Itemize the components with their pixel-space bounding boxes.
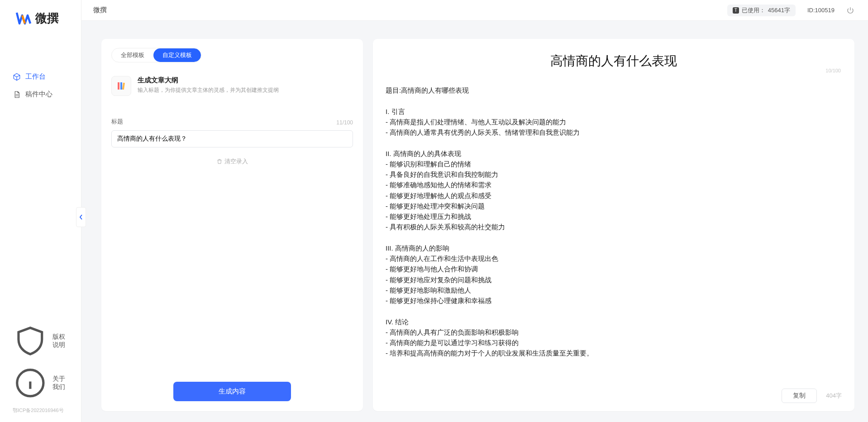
template-title: 生成文章大纲 bbox=[138, 76, 279, 85]
trash-icon bbox=[216, 158, 223, 165]
sidebar-bottom: 版权说明 关于我们 鄂ICP备2022016946号 bbox=[0, 320, 81, 422]
power-icon[interactable] bbox=[846, 6, 854, 14]
sidebar-item-workbench[interactable]: 工作台 bbox=[0, 68, 81, 85]
user-id: ID:100519 bbox=[807, 7, 835, 14]
chevron-left-icon bbox=[79, 214, 83, 220]
id-label: ID: bbox=[807, 7, 815, 14]
clear-input-button[interactable]: 清空录入 bbox=[111, 157, 353, 166]
icp-text: 鄂ICP备2022016946号 bbox=[0, 404, 81, 414]
sidebar: 微撰 工作台 稿件中心 版权说明 关于我们 鄂ICP备2022016946号 bbox=[0, 0, 81, 422]
sidebar-item-label: 工作台 bbox=[25, 72, 46, 81]
usage-label: 已使用： bbox=[742, 6, 765, 14]
document-title: 高情商的人有什么表现 bbox=[386, 52, 842, 70]
sidebar-link-about[interactable]: 关于我们 bbox=[0, 362, 81, 404]
sidebar-item-drafts[interactable]: 稿件中心 bbox=[0, 85, 81, 103]
page-title: 微撰 bbox=[93, 6, 107, 14]
sidebar-link-label: 版权说明 bbox=[52, 333, 68, 349]
title-input[interactable] bbox=[111, 130, 353, 147]
usage-badge-icon: T bbox=[733, 7, 739, 14]
info-icon bbox=[13, 365, 48, 401]
brand-name: 微撰 bbox=[35, 10, 59, 26]
main: 全部模板 自定义模板 生成文章大纲 输入标题，为你提供文章主体的灵感，并为其创建… bbox=[81, 21, 868, 422]
clear-input-label: 清空录入 bbox=[224, 157, 248, 166]
output-char-count: 404字 bbox=[826, 392, 842, 400]
sidebar-link-label: 关于我们 bbox=[52, 375, 68, 391]
id-value: 100519 bbox=[815, 7, 835, 14]
cube-icon bbox=[13, 73, 21, 81]
template-tabs: 全部模板 自定义模板 bbox=[111, 48, 201, 62]
sidebar-collapse-toggle[interactable] bbox=[76, 207, 86, 227]
document-title-counter: 10/100 bbox=[825, 68, 841, 73]
sidebar-item-label: 稿件中心 bbox=[25, 90, 52, 99]
output-footer: 复制 404字 bbox=[386, 384, 842, 403]
logo-icon bbox=[15, 10, 32, 26]
svg-rect-2 bbox=[120, 82, 122, 90]
input-panel: 全部模板 自定义模板 生成文章大纲 输入标题，为你提供文章主体的灵感，并为其创建… bbox=[101, 39, 363, 411]
sidebar-nav: 工作台 稿件中心 bbox=[0, 36, 81, 320]
shield-icon bbox=[13, 323, 48, 359]
brand: 微撰 bbox=[0, 0, 81, 36]
document-body[interactable]: 题目:高情商的人有哪些表现 I. 引言 - 高情商是指人们处理情绪、与他人互动以… bbox=[386, 85, 842, 384]
template-desc: 输入标题，为你提供文章主体的灵感，并为其创建推文提纲 bbox=[138, 86, 279, 94]
sidebar-link-copyright[interactable]: 版权说明 bbox=[0, 320, 81, 362]
copy-button[interactable]: 复制 bbox=[782, 389, 817, 403]
svg-rect-1 bbox=[118, 82, 119, 90]
title-field-label: 标题 bbox=[111, 118, 123, 126]
generate-button[interactable]: 生成内容 bbox=[173, 382, 291, 401]
tab-custom-templates[interactable]: 自定义模板 bbox=[153, 48, 201, 62]
template-card: 生成文章大纲 输入标题，为你提供文章主体的灵感，并为其创建推文提纲 bbox=[111, 76, 353, 96]
header-right: T 已使用： 45641字 ID:100519 bbox=[727, 5, 854, 16]
header: 微撰 T 已使用： 45641字 ID:100519 bbox=[81, 0, 868, 21]
tab-all-templates[interactable]: 全部模板 bbox=[112, 48, 153, 62]
usage-pill[interactable]: T 已使用： 45641字 bbox=[727, 5, 796, 16]
doc-icon bbox=[13, 90, 21, 99]
title-field-counter: 11/100 bbox=[336, 119, 353, 126]
books-icon bbox=[116, 81, 127, 91]
template-icon bbox=[111, 76, 131, 96]
svg-rect-3 bbox=[122, 83, 125, 90]
usage-value: 45641字 bbox=[768, 6, 790, 14]
output-panel: 高情商的人有什么表现 10/100 题目:高情商的人有哪些表现 I. 引言 - … bbox=[373, 39, 854, 411]
